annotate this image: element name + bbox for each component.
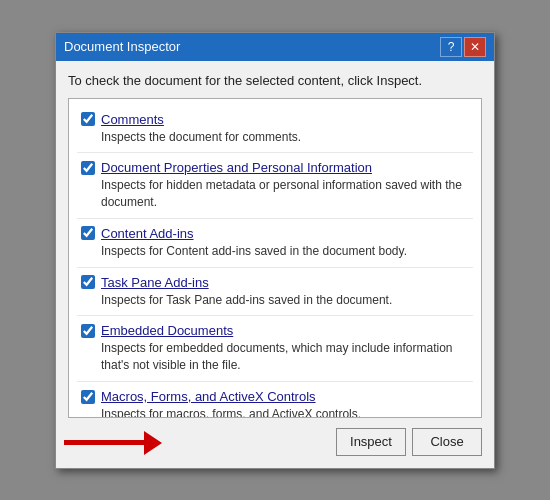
dialog-title: Document Inspector xyxy=(64,39,180,54)
list-item: CommentsInspects the document for commen… xyxy=(77,105,473,154)
item-desc-content-addins: Inspects for Content add-ins saved in th… xyxy=(81,243,469,260)
arrow-shape xyxy=(64,431,162,455)
title-close-button[interactable]: ✕ xyxy=(464,37,486,57)
list-item: Document Properties and Personal Informa… xyxy=(77,153,473,219)
title-bar-controls: ? ✕ xyxy=(440,37,486,57)
item-header: Comments xyxy=(81,112,469,127)
dialog-body: To check the document for the selected c… xyxy=(56,61,494,418)
arrow-line xyxy=(64,440,144,445)
help-button[interactable]: ? xyxy=(440,37,462,57)
item-desc-embedded-docs: Inspects for embedded documents, which m… xyxy=(81,340,469,374)
list-item: Embedded DocumentsInspects for embedded … xyxy=(77,316,473,382)
item-header: Task Pane Add-ins xyxy=(81,275,469,290)
checkbox-macros[interactable] xyxy=(81,390,95,404)
item-title-comments: Comments xyxy=(101,112,164,127)
checkbox-comments[interactable] xyxy=(81,112,95,126)
item-header: Content Add-ins xyxy=(81,226,469,241)
checkbox-taskpane-addins[interactable] xyxy=(81,275,95,289)
content-area[interactable]: CommentsInspects the document for commen… xyxy=(68,98,482,418)
item-title-embedded-docs: Embedded Documents xyxy=(101,323,233,338)
instruction-text: To check the document for the selected c… xyxy=(68,73,482,88)
item-title-macros: Macros, Forms, and ActiveX Controls xyxy=(101,389,316,404)
item-title-taskpane-addins: Task Pane Add-ins xyxy=(101,275,209,290)
arrow-indicator xyxy=(64,431,162,455)
item-header: Document Properties and Personal Informa… xyxy=(81,160,469,175)
item-desc-comments: Inspects the document for comments. xyxy=(81,129,469,146)
item-desc-taskpane-addins: Inspects for Task Pane add-ins saved in … xyxy=(81,292,469,309)
item-header: Embedded Documents xyxy=(81,323,469,338)
item-header: Macros, Forms, and ActiveX Controls xyxy=(81,389,469,404)
close-button[interactable]: Close xyxy=(412,428,482,456)
checkbox-doc-properties[interactable] xyxy=(81,161,95,175)
dialog-footer: Inspect Close xyxy=(56,418,494,468)
item-desc-macros: Inspects for macros, forms, and ActiveX … xyxy=(81,406,469,417)
list-item: Macros, Forms, and ActiveX ControlsInspe… xyxy=(77,382,473,417)
arrow-head xyxy=(144,431,162,455)
item-title-content-addins: Content Add-ins xyxy=(101,226,194,241)
title-bar: Document Inspector ? ✕ xyxy=(56,33,494,61)
document-inspector-dialog: Document Inspector ? ✕ To check the docu… xyxy=(55,32,495,469)
item-desc-doc-properties: Inspects for hidden metadata or personal… xyxy=(81,177,469,211)
item-title-doc-properties: Document Properties and Personal Informa… xyxy=(101,160,372,175)
inspect-button[interactable]: Inspect xyxy=(336,428,406,456)
checkbox-content-addins[interactable] xyxy=(81,226,95,240)
list-item: Task Pane Add-insInspects for Task Pane … xyxy=(77,268,473,317)
list-item: Content Add-insInspects for Content add-… xyxy=(77,219,473,268)
checkbox-embedded-docs[interactable] xyxy=(81,324,95,338)
